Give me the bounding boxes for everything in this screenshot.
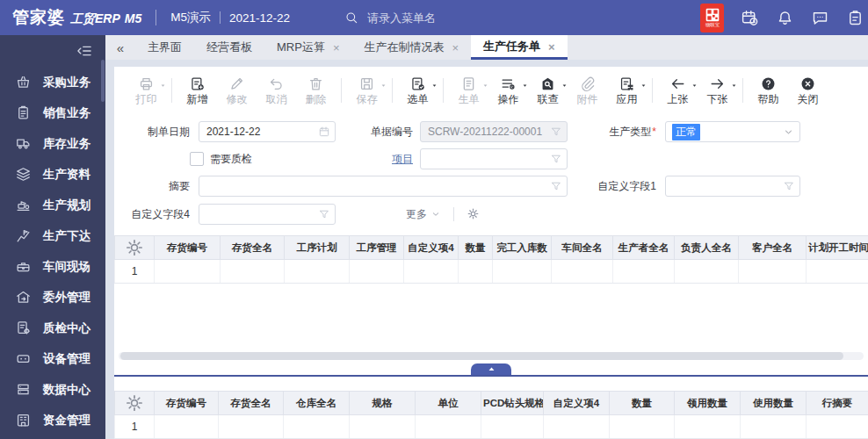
need-qc-field[interactable]: 需要质检 (190, 148, 252, 169)
sidebar-item-funds[interactable]: 资金管理 (0, 405, 105, 435)
table-cell[interactable] (552, 260, 613, 284)
column-header[interactable]: 领用数量 (675, 392, 741, 415)
table-cell[interactable] (807, 415, 868, 439)
sidebar-item-workshop[interactable]: 车间现场 (0, 251, 105, 282)
sidebar-item-qc-center[interactable]: 质检中心 (0, 313, 105, 343)
table-cell[interactable] (285, 260, 350, 284)
column-header[interactable]: 单位 (416, 392, 481, 415)
column-header[interactable]: 自定义项4 (404, 236, 459, 260)
sidebar-item-data-center[interactable]: 数据中心 (0, 374, 105, 405)
sidebar-item-sales[interactable]: 销售业务 (0, 97, 105, 128)
pick-button[interactable]: 选单 (398, 76, 438, 105)
sidebar-item-production-release[interactable]: 生产下达 (0, 220, 105, 251)
sidebar-item-inventory[interactable]: 库存业务 (0, 128, 105, 159)
calendar-icon[interactable] (318, 126, 330, 138)
column-header[interactable]: 工序管理 (350, 236, 404, 260)
summary-field[interactable] (199, 176, 568, 197)
tab-dashboard[interactable]: 经营看板 (194, 35, 264, 60)
linked-query-button[interactable]: 联查 (528, 76, 568, 105)
table-cell[interactable] (741, 415, 807, 439)
table-cell[interactable] (459, 260, 493, 284)
splitter-collapse-handle[interactable] (471, 363, 511, 375)
table-cell[interactable] (155, 415, 219, 439)
table-cell[interactable] (350, 260, 404, 284)
sidebar-collapse-icon[interactable] (76, 42, 93, 60)
custom4-field[interactable] (199, 204, 336, 225)
search-input[interactable] (365, 11, 501, 25)
calendar-clock-icon[interactable] (741, 9, 759, 27)
column-header[interactable]: 存货全名 (219, 392, 284, 415)
project-link-label[interactable]: 项目 (392, 153, 413, 165)
table-cell[interactable] (675, 415, 741, 439)
column-header[interactable]: 负责人全名 (675, 236, 739, 260)
column-header[interactable]: 数量 (610, 392, 675, 415)
column-header[interactable]: 存货编号 (155, 236, 221, 260)
summary-input[interactable] (199, 180, 550, 192)
tab-close-icon[interactable]: × (548, 41, 555, 53)
menu-search[interactable] (344, 11, 501, 25)
column-header[interactable]: 生产者全名 (613, 236, 675, 260)
column-header[interactable]: 计划开工时间 (807, 236, 868, 260)
tab-home[interactable]: 主界面 (135, 35, 194, 60)
need-qc-checkbox[interactable] (190, 152, 204, 166)
column-header[interactable]: 自定义项4 (544, 392, 610, 415)
tab-close-icon[interactable]: × (333, 42, 340, 54)
doc-date-input[interactable] (199, 126, 318, 138)
table-cell[interactable] (613, 260, 675, 284)
sidebar-item-production-planning[interactable]: 生产规划 (0, 190, 105, 220)
table-cell[interactable] (416, 415, 481, 439)
column-settings-button[interactable] (115, 236, 155, 260)
column-settings-button[interactable] (115, 392, 155, 415)
tab-prod-task[interactable]: 生产任务单× (471, 35, 568, 60)
doc-date-field[interactable] (199, 121, 336, 142)
filter-icon[interactable] (318, 208, 330, 220)
filter-icon[interactable] (550, 153, 562, 165)
table-cell[interactable] (350, 415, 416, 439)
message-icon[interactable] (811, 9, 829, 27)
custom1-input[interactable] (666, 180, 783, 192)
column-header[interactable]: 车间全名 (552, 236, 613, 260)
column-header[interactable]: 数量 (459, 236, 493, 260)
operations-button[interactable]: 操作 (488, 76, 528, 105)
table-cell[interactable] (493, 260, 552, 284)
next-button[interactable]: 下张 (698, 76, 737, 105)
column-header[interactable]: 客户全名 (739, 236, 807, 260)
prev-button[interactable]: 上张 (658, 76, 698, 105)
tabs-back-chevron[interactable]: « (105, 35, 135, 60)
table-cell[interactable] (544, 415, 610, 439)
prod-type-select[interactable]: 正常 (665, 121, 800, 142)
more-button[interactable]: 更多 (406, 204, 441, 225)
dropdown-caret-icon[interactable] (730, 82, 738, 90)
table-cell[interactable] (155, 260, 221, 284)
column-header[interactable]: 存货编号 (155, 392, 219, 415)
column-header[interactable]: 规格 (350, 392, 416, 415)
column-header[interactable]: 使用数量 (741, 392, 807, 415)
table-cell[interactable] (481, 415, 544, 439)
project-input[interactable] (421, 153, 550, 165)
table-cell[interactable] (807, 260, 868, 284)
add-button[interactable]: 新增 (177, 76, 217, 105)
table-cell[interactable] (610, 415, 675, 439)
table-cell[interactable] (404, 260, 459, 284)
tab-close-icon[interactable]: × (452, 42, 459, 54)
qr-badge[interactable]: 物联宝 (700, 4, 724, 32)
table-cell[interactable] (739, 260, 807, 284)
table-cell[interactable] (219, 415, 284, 439)
tab-mrp[interactable]: MRP运算× (264, 35, 351, 60)
column-header[interactable]: 仓库全名 (284, 392, 350, 415)
sidebar-item-production-data[interactable]: 生产资料 (0, 159, 105, 190)
column-header[interactable]: 行摘要 (807, 392, 868, 415)
dropdown-caret-icon[interactable] (640, 82, 647, 90)
custom4-input[interactable] (199, 208, 318, 220)
sidebar-scrollbar[interactable] (101, 60, 105, 102)
table-cell[interactable] (284, 415, 350, 439)
clipboard-icon[interactable] (846, 9, 864, 27)
column-header[interactable]: 存货全名 (221, 236, 285, 260)
close-button[interactable]: 关闭 (788, 76, 828, 105)
column-header[interactable]: PCD钻头规格 (481, 392, 544, 415)
filter-icon[interactable] (783, 180, 795, 192)
form-settings-icon[interactable] (466, 206, 481, 221)
table-cell[interactable] (221, 260, 285, 284)
sidebar-item-equipment[interactable]: 设备管理 (0, 343, 105, 374)
sidebar-item-purchase[interactable]: 采购业务 (0, 67, 105, 97)
